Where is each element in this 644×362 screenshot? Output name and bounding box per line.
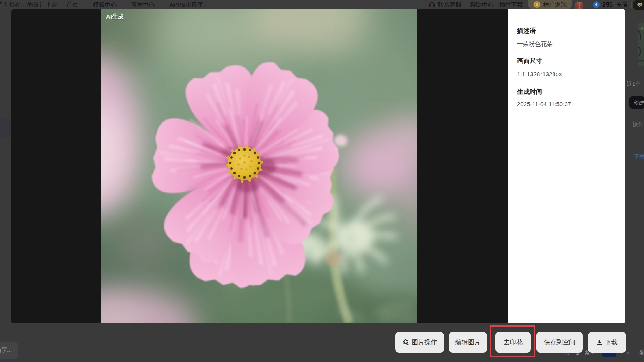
svg-text:¥: ¥	[536, 2, 538, 7]
